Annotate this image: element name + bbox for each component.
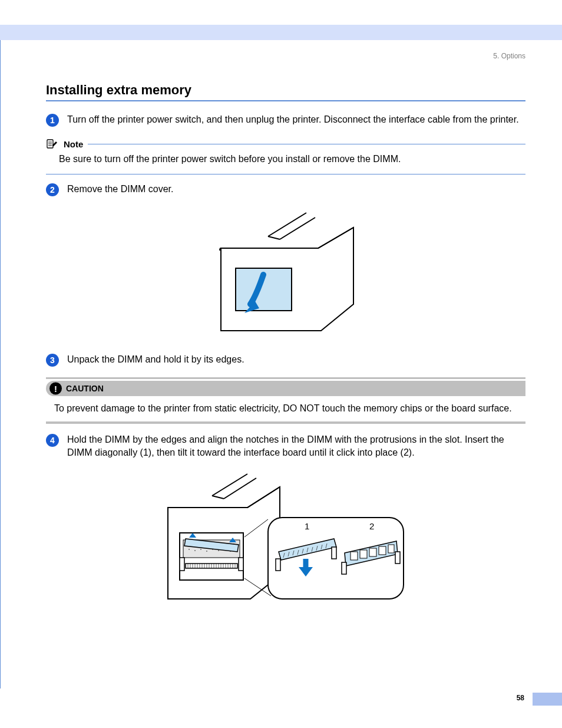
svg-line-10 <box>212 496 224 499</box>
step-badge-2: 2 <box>46 183 59 196</box>
note-pencil-icon <box>46 137 59 150</box>
section-title: Installing extra memory <box>46 83 525 98</box>
caution-block: ! CAUTION To prevent damage to the print… <box>46 377 525 424</box>
step-text-4: Hold the DIMM by the edges and align the… <box>67 433 525 459</box>
svg-rect-76 <box>369 548 376 556</box>
illustration-dimm-insert: 1 2 <box>46 469 525 605</box>
note-label: Note <box>64 139 83 149</box>
svg-rect-72 <box>332 547 336 559</box>
svg-line-9 <box>224 478 256 499</box>
breadcrumb: 5. Options <box>493 52 525 60</box>
header-accent-bar <box>0 25 562 40</box>
note-header: Note <box>46 137 525 150</box>
note-end-line <box>46 174 525 174</box>
page-number: 58 <box>517 694 524 702</box>
step-badge-3: 3 <box>46 354 59 367</box>
step-text-2: Remove the DIMM cover. <box>67 183 525 196</box>
step-badge-4: 4 <box>46 434 59 447</box>
svg-rect-78 <box>388 545 394 553</box>
note-header-line <box>88 144 525 144</box>
svg-line-8 <box>212 474 247 496</box>
svg-rect-80 <box>395 552 400 564</box>
svg-rect-75 <box>360 550 367 558</box>
step-3: 3 Unpack the DIMM and hold it by its edg… <box>46 353 525 367</box>
fig2-label-2: 2 <box>369 521 374 531</box>
svg-rect-32 <box>180 558 184 571</box>
illustration-dimm-cover <box>46 207 525 337</box>
step-1: 1 Turn off the printer power switch, and… <box>46 113 525 127</box>
svg-rect-79 <box>342 562 346 574</box>
svg-line-6 <box>268 236 280 239</box>
fig2-label-1: 1 <box>305 521 309 531</box>
title-underline <box>46 100 525 101</box>
left-margin-line <box>0 40 1 689</box>
caution-bar-top <box>46 377 525 379</box>
page-tab-accent <box>533 693 562 706</box>
svg-point-26 <box>200 549 201 550</box>
svg-rect-77 <box>379 546 386 555</box>
caution-exclamation-icon: ! <box>49 382 62 394</box>
caution-text: To prevent damage to the printer from st… <box>46 396 525 420</box>
svg-point-25 <box>194 550 196 551</box>
main-content: Installing extra memory 1 Turn off the p… <box>46 83 525 621</box>
note-block: Note Be sure to turn off the printer pow… <box>46 137 525 174</box>
svg-rect-71 <box>276 559 280 571</box>
caution-bar-bottom <box>46 421 525 424</box>
step-badge-1: 1 <box>46 114 59 127</box>
svg-point-29 <box>218 550 219 551</box>
step-4: 4 Hold the DIMM by the edges and align t… <box>46 433 525 459</box>
svg-point-24 <box>189 549 190 550</box>
step-text-3: Unpack the DIMM and hold it by its edges… <box>67 353 525 366</box>
note-text: Be sure to turn off the printer power sw… <box>59 153 525 166</box>
svg-rect-74 <box>351 552 358 560</box>
svg-line-4 <box>268 213 306 236</box>
step-2: 2 Remove the DIMM cover. <box>46 183 525 196</box>
svg-line-5 <box>280 218 315 239</box>
step-text-1: Turn off the printer power switch, and t… <box>67 113 525 126</box>
svg-point-27 <box>206 551 207 552</box>
caution-label: CAUTION <box>66 384 104 393</box>
svg-rect-33 <box>239 558 243 571</box>
caution-header: ! CAUTION <box>46 381 525 396</box>
